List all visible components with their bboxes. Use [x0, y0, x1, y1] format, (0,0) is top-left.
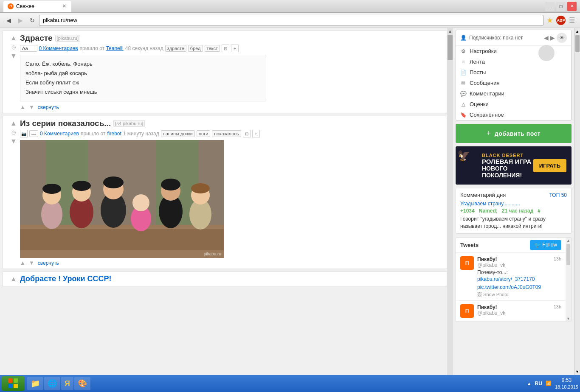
chrome-icon: 🌐 [48, 379, 57, 388]
post-2-comments[interactable]: 0 Комментариев [40, 131, 79, 137]
gear-icon: ⚙ [460, 48, 466, 54]
main-scrollbar[interactable]: ▲ ▼ [574, 28, 580, 375]
minimize-button[interactable]: — [545, 2, 555, 11]
post-2-font-toggle[interactable]: — [29, 130, 38, 137]
browser-toolbar: ◀ ▶ ↻ ★ ABP ☰ [0, 13, 580, 28]
plus-icon-2[interactable]: + [252, 130, 260, 137]
post-1-tag-3[interactable]: текст [205, 45, 220, 52]
post-1-tag-1[interactable]: здрасте [165, 45, 186, 52]
tweets-inner: Tweets 🐦 Follow П Пикабу! 13h [456, 238, 571, 322]
post-2-vote-down[interactable]: ▼ [29, 260, 34, 266]
main-scroll-thumb[interactable] [575, 35, 580, 52]
comment-day-title[interactable]: Угадываем страну............ [460, 201, 567, 207]
tweet-1-text: Почему-то...: pikabu.ru/story/_3717170 [477, 269, 561, 283]
post-3-title[interactable]: Добрасте ! Уроки СССР! [20, 274, 112, 283]
tweet-1-photo-label[interactable]: Show Photo [483, 292, 508, 297]
post-1-comments[interactable]: 0 Комментариев [39, 45, 78, 51]
maximize-button[interactable]: □ [556, 2, 566, 11]
tweets-scroll-down[interactable]: ▼ [566, 316, 571, 322]
menu-item-ratings[interactable]: △ Оценки [456, 99, 571, 109]
tweets-header: Tweets 🐦 Follow [456, 238, 566, 253]
menu-icon[interactable]: ☰ [567, 16, 577, 25]
post-1-collapse[interactable]: свернуть [38, 104, 59, 110]
upvote-1[interactable]: ▲ [10, 34, 17, 42]
taskbar-tray: ▲ RU 📶 9:53 18.10.2015 [527, 377, 578, 390]
comment-time: 21 час назад [502, 208, 534, 214]
post-1-tag-2[interactable]: бред [188, 45, 203, 52]
avatar [538, 45, 555, 61]
upvote-3[interactable]: ▲ [10, 275, 17, 283]
tweet-1-pic-link[interactable]: pic.twitter.com/oAJ0uG0T09 [477, 284, 541, 290]
tab-close-button[interactable]: ✕ [61, 3, 67, 9]
ad-banner[interactable]: BLACK DESERT РОЛЕВАЯ ИГРА НОВОГО ПОКОЛЕН… [456, 146, 572, 185]
downvote-2[interactable]: ▼ [10, 137, 17, 145]
menu-item-saved[interactable]: 🔖 Сохранённое [456, 109, 571, 120]
bookmark-star-icon[interactable]: ★ [545, 16, 555, 25]
plus-icon-1[interactable]: + [231, 45, 239, 52]
post-2-tag-3[interactable]: показалось [212, 130, 241, 137]
menu-item-posts[interactable]: 📄 Посты [456, 67, 571, 78]
back-button[interactable]: ◀ [3, 15, 14, 25]
forward-button[interactable]: ▶ [15, 15, 25, 25]
taskbar-explorer[interactable]: 📁 [27, 377, 43, 390]
tray-date: 18.10.2015 [555, 384, 578, 390]
font-toggle[interactable]: Аа — [20, 45, 37, 52]
ad-play-button[interactable]: ИГРАТЬ [533, 159, 566, 172]
tweets-main: Tweets 🐦 Follow П Пикабу! 13h [456, 238, 566, 322]
downvote-1[interactable]: ▼ [10, 52, 17, 60]
tweets-scroll-thumb[interactable] [566, 244, 570, 265]
post-1-vote-up[interactable]: ▲ [20, 104, 25, 110]
post-2-tag-2[interactable]: ноги [197, 130, 210, 137]
tweets-scrollbar[interactable]: ▲ ▼ [566, 238, 571, 322]
adblock-icon[interactable]: ABP [556, 16, 566, 25]
taskbar-paint[interactable]: 🎨 [74, 377, 90, 390]
menu-item-feed[interactable]: ≡ Лента [456, 56, 571, 67]
browser-titlebar: П Свежее ✕ — □ ✕ [0, 0, 580, 13]
post-2-footer: ▲ ▼ свернуть [20, 260, 442, 266]
tweet-1-link[interactable]: pikabu.ru/story/_3717170 [477, 276, 535, 282]
tab-favicon: П [8, 3, 14, 9]
address-bar[interactable] [39, 15, 543, 26]
add-post-button[interactable]: + добавить пост [456, 124, 572, 143]
close-window-button[interactable]: ✕ [567, 2, 577, 11]
user-menu: 👤 Подписчиков: пока нет ◀ ▶ 👁 ⚙ Настройк… [456, 30, 572, 120]
browser-tab[interactable]: П Свежее ✕ [3, 1, 71, 12]
main-scroll-up[interactable]: ▲ [574, 28, 580, 35]
tweet-item-1: П Пикабу! 13h @pikabu_vk Почему-то...: p… [456, 253, 566, 301]
share-icon-2[interactable]: ⊡ [243, 130, 251, 137]
add-post-label: добавить пост [495, 130, 541, 137]
reload-button[interactable]: ↻ [27, 15, 37, 25]
post-2-header: Из серии показалось... [s4.pikabu.ru] [20, 119, 442, 128]
menu-item-comments[interactable]: 💬 Комментарии [456, 88, 571, 99]
menu-eye-icon[interactable]: 👁 [557, 33, 567, 43]
post-2-tag-1[interactable]: папины дочки [161, 130, 195, 137]
post-2-author[interactable]: firebot [107, 131, 121, 137]
top50-link[interactable]: ТОП 50 [549, 192, 567, 198]
menu-next-button[interactable]: ▶ [550, 34, 555, 41]
post-1-vote-down[interactable]: ▼ [29, 104, 34, 110]
follow-button[interactable]: 🐦 Follow [530, 240, 561, 250]
post-2-image-svg [20, 140, 224, 258]
win-logo-q3 [8, 384, 12, 388]
post-2-cam-icon[interactable]: 📷 [20, 130, 28, 137]
menu-comments-label: Комментарии [470, 90, 504, 97]
menu-item-messages[interactable]: ✉ Сообщения [456, 78, 571, 88]
tweets-scroll-up[interactable]: ▲ [566, 238, 571, 244]
taskbar-yandex[interactable]: Я [61, 377, 73, 390]
ad-content: BLACK DESERT РОЛЕВАЯ ИГРА НОВОГО ПОКОЛЕН… [482, 153, 533, 179]
main-scroll-down[interactable]: ▼ [574, 368, 580, 375]
post-2-collapse[interactable]: свернуть [38, 260, 59, 266]
post-1-author[interactable]: Teanelli [106, 45, 124, 51]
taskbar-chrome[interactable]: 🌐 [44, 377, 60, 390]
share-icon-1[interactable]: ⊡ [222, 45, 229, 52]
page-scrollbar[interactable]: ▲ [447, 28, 453, 375]
scroll-up-arrow[interactable]: ▲ [447, 28, 453, 34]
start-button[interactable] [2, 376, 25, 391]
menu-prev-button[interactable]: ◀ [544, 34, 549, 41]
comment-day-header: Комментарий дня ТОП 50 [460, 192, 567, 198]
post-1-line-1: Сало. Ёж. кобель. Фонарь [25, 59, 261, 69]
upvote-2[interactable]: ▲ [10, 120, 17, 127]
tray-show-hidden[interactable]: ▲ [527, 381, 532, 386]
post-2-vote-up[interactable]: ▲ [20, 260, 25, 266]
scroll-thumb[interactable] [448, 35, 453, 60]
